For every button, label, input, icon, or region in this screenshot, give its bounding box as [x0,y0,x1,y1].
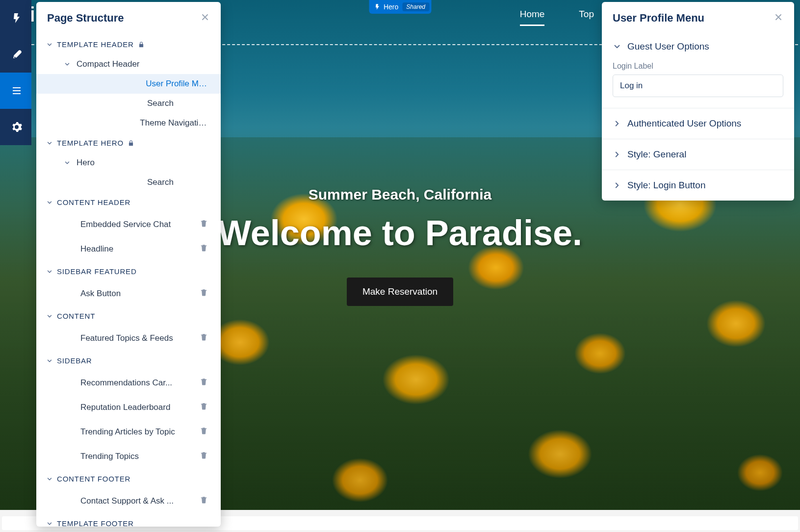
page-structure-title: Page Structure [47,12,124,25]
structure-section[interactable]: TEMPLATE HEADER [36,34,221,54]
chevron-down-icon [46,41,53,48]
site-nav: Home Top [520,9,594,26]
item-label: Recommendations Car... [80,378,172,388]
item-label: Theme Navigation Me... [140,118,210,128]
chevron-down-icon [46,476,53,482]
structure-item[interactable]: Embedded Service Chat [36,212,221,237]
properties-section-header[interactable]: Authenticated User Options [602,108,794,139]
structure-item[interactable]: Featured Topics & Feeds [36,326,221,351]
close-page-structure-button[interactable] [200,12,210,24]
structure-item[interactable]: Trending Topics [36,444,221,469]
chevron-down-icon [46,140,53,147]
structure-item[interactable]: Compact Header [36,54,221,74]
bolt-icon [374,3,381,10]
structure-item[interactable]: Search [36,94,221,113]
delete-item-button[interactable] [198,425,210,439]
bolt-icon [11,12,23,24]
chevron-right-icon [613,181,621,190]
chevron-down-icon [46,199,53,206]
trash-icon [200,244,208,252]
section-label: TEMPLATE HERO [57,139,124,147]
item-label: Trending Topics [80,452,139,461]
item-label: Contact Support & Ask ... [80,496,174,506]
properties-section-header[interactable]: Style: General [602,139,794,170]
close-properties-button[interactable] [774,12,783,24]
trash-icon [200,288,208,297]
trash-icon [200,451,208,459]
tool-page-structure[interactable] [0,73,31,109]
structure-item[interactable]: Ask Button [36,281,221,306]
tool-settings[interactable] [0,109,31,145]
close-icon [774,12,783,22]
properties-panel: User Profile Menu Guest User OptionsLogi… [602,2,794,201]
structure-section[interactable]: CONTENT FOOTER [36,469,221,489]
structure-section[interactable]: CONTENT [36,306,221,326]
structure-item[interactable]: Hero [36,153,221,173]
structure-item[interactable]: Headline [36,237,221,261]
section-label: TEMPLATE HEADER [57,40,134,49]
properties-title: User Profile Menu [613,12,704,25]
nav-item-topics[interactable]: Top [579,9,594,26]
item-label: Trending Articles by Topic [80,427,175,437]
trash-icon [200,402,208,410]
page-structure-panel: Page Structure TEMPLATE HEADERCompact He… [36,2,221,527]
delete-item-button[interactable] [198,376,210,390]
properties-section-header[interactable]: Guest User Options [602,31,794,62]
chevron-right-icon [613,119,621,128]
chevron-down-icon [46,520,53,527]
structure-section[interactable]: CONTENT HEADER [36,192,221,212]
structure-item[interactable]: User Profile Menu [36,74,221,94]
chevron-right-icon [613,150,621,159]
structure-section[interactable]: SIDEBAR FEATURED [36,261,221,281]
properties-header: User Profile Menu [602,2,794,31]
properties-section-header[interactable]: Style: Login Button [602,170,794,201]
delete-item-button[interactable] [198,217,210,232]
properties-body: Guest User OptionsLogin LabelAuthenticat… [602,31,794,201]
delete-item-button[interactable] [198,331,210,346]
trash-icon [200,378,208,386]
item-label: Search [147,99,174,108]
delete-item-button[interactable] [198,242,210,256]
lock-icon [138,41,145,48]
structure-item[interactable]: Search [36,173,221,192]
builder-toolbar [0,0,31,145]
chevron-down-icon [64,159,71,166]
structure-item[interactable]: Trending Articles by Topic [36,420,221,444]
make-reservation-button[interactable]: Make Reservation [347,278,453,306]
brush-icon [11,49,23,60]
structure-item[interactable]: Theme Navigation Me... [36,113,221,133]
structure-section[interactable]: SIDEBAR [36,351,221,371]
structure-section[interactable]: TEMPLATE FOOTER [36,513,221,527]
section-label: CONTENT [57,312,95,320]
page-structure-tree: TEMPLATE HEADERCompact HeaderUser Profil… [36,30,221,527]
trash-icon [200,333,208,341]
shared-badge: Shared [402,2,429,11]
item-label: Reputation Leaderboard [80,403,170,412]
properties-section-body: Login Label [602,62,794,108]
item-label: Embedded Service Chat [80,220,171,229]
tool-components[interactable] [0,0,31,36]
section-label: CONTENT FOOTER [57,475,130,483]
login-label-input[interactable] [613,75,783,97]
item-label: Search [147,177,174,187]
item-label: User Profile Menu [146,79,210,89]
structure-item[interactable]: Recommendations Car... [36,371,221,395]
close-icon [200,12,210,22]
component-tag-hero[interactable]: Hero Shared [369,0,431,14]
nav-item-home[interactable]: Home [520,9,545,26]
tool-theme[interactable] [0,36,31,73]
structure-section[interactable]: TEMPLATE HERO [36,133,221,153]
chevron-down-icon [64,61,71,68]
delete-item-button[interactable] [198,400,210,415]
gear-icon [11,121,23,133]
component-tag-label: Hero [384,3,398,11]
section-label: SIDEBAR FEATURED [57,267,137,276]
item-label: Hero [77,158,95,168]
structure-item[interactable]: Contact Support & Ask ... [36,489,221,513]
field-label: Login Label [613,62,783,71]
delete-item-button[interactable] [198,494,210,508]
structure-item[interactable]: Reputation Leaderboard [36,395,221,420]
delete-item-button[interactable] [198,286,210,301]
section-label: SIDEBAR [57,356,92,365]
delete-item-button[interactable] [198,449,210,464]
